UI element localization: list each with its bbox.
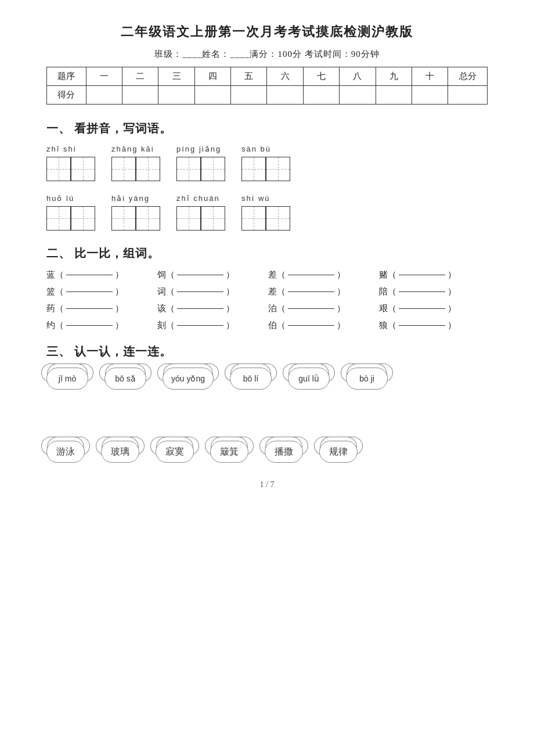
char-box[interactable] [266, 206, 290, 231]
cloud-cn-2: 玻璃 [101, 441, 139, 463]
pinyin-item: zhǐ chuán [176, 194, 225, 231]
score-table: 题序一二三四五六七八九十总分 得分 [46, 67, 488, 105]
score-data-cell[interactable]: 得分 [47, 86, 86, 105]
pinyin-cloud-row: jī mò bō sǎ yóu yǒng bō lí guī lǜ bò ji [46, 368, 488, 390]
compare-item: 陪（） [379, 286, 488, 297]
cloud-cn-3: 寂寞 [156, 441, 194, 463]
cloud-pinyin-3: yóu yǒng [163, 368, 214, 390]
cloud-pinyin-4: bō lí [230, 368, 272, 390]
score-data-cell[interactable] [340, 86, 376, 105]
char-box[interactable] [266, 157, 290, 181]
cloud-cn-5: 播撒 [265, 441, 303, 463]
compare-item: 赌（） [379, 269, 488, 280]
pinyin-item: hǎi yáng [111, 194, 160, 231]
writing-section: zhī shi zhāng kāi píng jiǎng [46, 145, 488, 233]
score-header-cell: 三 [158, 67, 194, 86]
score-data-cell[interactable] [376, 86, 412, 105]
score-header-cell: 十 [412, 67, 448, 86]
char-box[interactable] [111, 157, 136, 181]
compare-item: 伯（） [268, 320, 377, 331]
score-header-cell: 二 [122, 67, 158, 86]
char-box[interactable] [201, 157, 225, 181]
score-header-cell: 总分 [448, 67, 488, 86]
connecting-lines-gap [46, 398, 488, 433]
pinyin-item: zhāng kāi [111, 145, 160, 181]
score-data-cell[interactable] [194, 86, 230, 105]
score-header-cell: 八 [340, 67, 376, 86]
char-box[interactable] [71, 157, 95, 181]
chinese-cloud-row: 游泳 玻璃 寂寞 簸箕 播撒 规律 [46, 441, 488, 463]
compare-item: 篮（） [46, 286, 155, 297]
score-header-cell: 五 [231, 67, 267, 86]
char-box[interactable] [71, 206, 95, 231]
cloud-cn-1: 游泳 [46, 441, 85, 463]
score-header-cell: 九 [376, 67, 412, 86]
char-box[interactable] [136, 206, 160, 231]
score-data-cell[interactable] [122, 86, 158, 105]
char-box[interactable] [201, 206, 225, 231]
score-header-cell: 七 [303, 67, 339, 86]
cloud-pinyin-2: bō sǎ [104, 368, 146, 390]
score-data-cell[interactable] [86, 86, 122, 105]
char-box[interactable] [111, 206, 136, 231]
pinyin-row-2: huǒ lú hǎi yáng zhǐ chuán [46, 194, 488, 231]
cloud-pinyin-6: bò ji [346, 368, 388, 390]
pinyin-item: shí wù [241, 194, 290, 231]
score-header-cell: 六 [267, 67, 303, 86]
char-box[interactable] [46, 157, 71, 181]
char-box[interactable] [176, 206, 201, 231]
cloud-pinyin-5: guī lǜ [288, 368, 330, 390]
connect-section: jī mò bō sǎ yóu yǒng bō lí guī lǜ bò ji … [46, 368, 488, 463]
char-box[interactable] [136, 157, 160, 181]
cloud-cn-4: 簸箕 [210, 441, 248, 463]
cloud-cn-6: 规律 [319, 441, 358, 463]
score-header-cell: 一 [86, 67, 122, 86]
compare-item: 词（） [157, 286, 266, 297]
exam-subtitle: 班级：____姓名：____满分：100分 考试时间：90分钟 [46, 49, 488, 60]
score-data-cell[interactable] [267, 86, 303, 105]
char-box[interactable] [176, 157, 201, 181]
pinyin-item: huǒ lú [46, 194, 95, 231]
compare-item: 约（） [46, 320, 155, 331]
compare-item: 狼（） [379, 320, 488, 331]
pinyin-item: zhī shi [46, 145, 95, 181]
section1-title: 一、 看拼音，写词语。 [46, 121, 488, 136]
cloud-pinyin-1: jī mò [46, 368, 88, 390]
score-header-cell: 题序 [47, 67, 86, 86]
compare-item: 差（） [268, 286, 377, 297]
compare-item: 艰（） [379, 303, 488, 314]
pinyin-item: sàn bù [241, 145, 290, 181]
score-header-cell: 四 [194, 67, 230, 86]
score-data-cell[interactable] [448, 86, 488, 105]
section2-title: 二、 比一比，组词。 [46, 246, 488, 261]
char-box[interactable] [46, 206, 71, 231]
compare-item: 泊（） [268, 303, 377, 314]
score-data-cell[interactable] [231, 86, 267, 105]
section3-title: 三、 认一认，连一连。 [46, 344, 488, 359]
compare-item: 药（） [46, 303, 155, 314]
score-data-cell[interactable] [158, 86, 194, 105]
compare-item: 该（） [157, 303, 266, 314]
char-box[interactable] [241, 206, 266, 231]
compare-item: 差（） [268, 269, 377, 280]
compare-item: 饲（） [157, 269, 266, 280]
pinyin-item: píng jiǎng [176, 145, 225, 181]
page-title: 二年级语文上册第一次月考考试摸底检测沪教版 [46, 23, 488, 41]
score-data-cell[interactable] [412, 86, 448, 105]
compare-item: 蓝（） [46, 269, 155, 280]
pinyin-row-1: zhī shi zhāng kāi píng jiǎng [46, 145, 488, 181]
char-box[interactable] [241, 157, 266, 181]
compare-item: 刻（） [157, 320, 266, 331]
compare-section: 蓝（） 饲（） 差（） 赌（） 篮（） 词（） 差（） 陪（） 药（） 该（） … [46, 269, 488, 331]
score-data-cell[interactable] [303, 86, 339, 105]
page-number: 1 / 7 [46, 480, 488, 489]
